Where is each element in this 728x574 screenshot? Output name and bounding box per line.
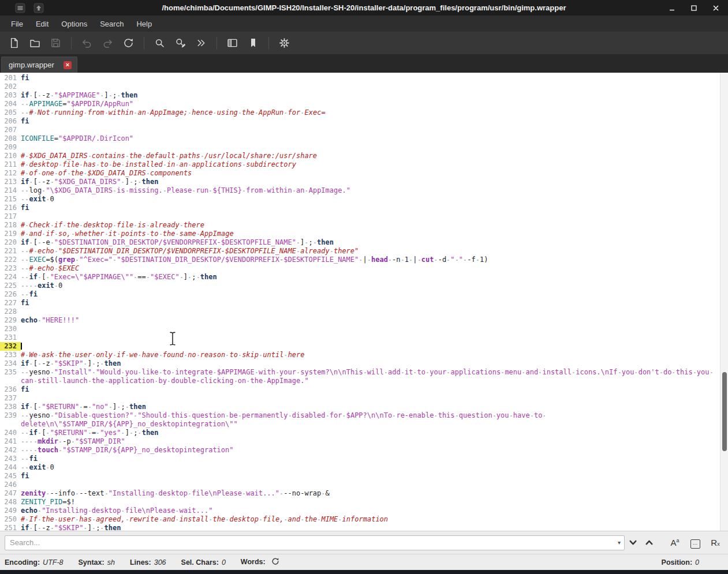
minimize-button[interactable] <box>668 4 676 12</box>
code-line[interactable]: 233# We ask the user only if we have fou… <box>0 351 720 359</box>
dropdown-arrow-icon[interactable]: ▾ <box>618 539 621 546</box>
search-input-wrap[interactable]: ▾ <box>5 535 625 550</box>
code-line[interactable]: 241 mkdir -p "$STAMP_DIR" <box>0 437 720 446</box>
space-dot <box>29 178 33 186</box>
refresh-stats-button[interactable] <box>271 557 279 567</box>
code-line[interactable]: 249echo "Installing desktop file\nPlease… <box>0 507 720 515</box>
new-file-button[interactable] <box>6 35 23 51</box>
search-replace-button[interactable] <box>172 35 189 51</box>
prev-match-button[interactable] <box>641 535 658 551</box>
code-line[interactable]: 250# If the user has agreed, rewrite and… <box>0 515 720 524</box>
menu-search[interactable]: Search <box>94 17 130 31</box>
editor[interactable]: 201fi202203if [ -z "$APPIMAGE" ] ; then2… <box>0 73 728 531</box>
code-line[interactable]: 251if [ -z "$SKIP" ] ; then <box>0 524 720 531</box>
code-token: then <box>317 238 334 246</box>
code-token: "$DESTINATION_DIR_DESKTOP/$VENDORPREFIX-… <box>117 256 359 264</box>
code-line[interactable]: 231 <box>0 333 720 342</box>
redo-button[interactable] <box>99 35 116 51</box>
match-case-button[interactable]: Aa <box>667 535 683 550</box>
code-area[interactable]: 201fi202203if [ -z "$APPIMAGE" ] ; then2… <box>0 73 720 531</box>
regex-button[interactable]: Rx <box>707 535 723 550</box>
up-icon[interactable] <box>33 3 44 13</box>
menu-file[interactable]: File <box>5 17 29 31</box>
code-line[interactable]: 203if [ -z "$APPIMAGE" ] ; then <box>0 91 720 100</box>
code-line[interactable]: 234if [ -z "$SKIP" ] ; then <box>0 359 720 368</box>
code-line[interactable]: 228 <box>0 307 720 316</box>
code-line[interactable]: 216fi <box>0 204 720 212</box>
code-line[interactable]: 236fi <box>0 385 720 394</box>
code-line[interactable]: 205 # Not running from within an AppImag… <box>0 108 720 117</box>
code-token: -d <box>438 256 446 264</box>
code-line[interactable]: 244 exit 0 <box>0 463 720 472</box>
menu-options[interactable]: Options <box>55 17 94 31</box>
code-line[interactable]: 246 <box>0 481 720 489</box>
code-line[interactable]: 211# desktop file has to be installed in… <box>0 160 720 169</box>
space-dot <box>196 230 200 238</box>
code-line[interactable]: 206fi <box>0 117 720 126</box>
scrollbar-thumb[interactable] <box>722 372 727 451</box>
code-token: using <box>217 108 238 117</box>
code-line[interactable]: 212# of one of the $XDG_DATA_DIRS compon… <box>0 169 720 178</box>
code-token: Exec= <box>305 108 326 117</box>
code-line[interactable]: 225 exit 0 <box>0 282 720 290</box>
search-button[interactable] <box>151 35 168 51</box>
code-line[interactable]: 245fi <box>0 472 720 481</box>
menu-edit[interactable]: Edit <box>29 17 55 31</box>
code-line[interactable]: 239 yesno "Disable question?" "Should th… <box>0 411 720 429</box>
code-line[interactable]: 210# $XDG_DATA_DIRS contains the default… <box>0 152 720 160</box>
code-line[interactable]: 230 <box>0 325 720 333</box>
maximize-button[interactable] <box>690 4 698 12</box>
code-line[interactable]: 220if [ -e "$DESTINATION_DIR_DESKTOP/$VE… <box>0 238 720 247</box>
open-file-button[interactable] <box>27 35 43 51</box>
undo-button[interactable] <box>79 35 95 51</box>
code-line[interactable]: 219# and if so, whether it points to the… <box>0 230 720 238</box>
code-line[interactable]: 232 <box>0 342 720 351</box>
code-line[interactable]: 237 <box>0 394 720 403</box>
space-dot <box>434 411 438 419</box>
code-line[interactable]: 217 <box>0 212 720 221</box>
code-line[interactable]: 248ZENITY_PID=$! <box>0 498 720 507</box>
code-line[interactable]: 218# Check if the desktop file is alread… <box>0 221 720 230</box>
code-line[interactable]: 224 if [ "Exec=\"$APPIMAGE\"" == "$EXEC"… <box>0 273 720 282</box>
jump-to-button[interactable] <box>193 35 210 51</box>
code-line[interactable]: 223 # echo $EXEC <box>0 264 720 273</box>
code-line[interactable]: 208ICONFILE="$APPDIR/.DirIcon" <box>0 134 720 143</box>
code-line[interactable]: 201fi <box>0 74 720 82</box>
bookmark-button[interactable] <box>245 35 262 51</box>
code-line[interactable]: 207 <box>0 126 720 134</box>
save-file-button[interactable] <box>47 35 64 51</box>
code-line[interactable]: 247zenity --info --text "Installing desk… <box>0 489 720 498</box>
code-token: with <box>259 368 275 376</box>
code-line[interactable]: 227fi <box>0 299 720 307</box>
code-token: the <box>251 377 263 385</box>
code-line[interactable]: 242 touch "$STAMP_DIR/${APP}_no_desktopi… <box>0 446 720 455</box>
vertical-scrollbar[interactable] <box>720 73 728 531</box>
code-line[interactable]: 243 fi <box>0 455 720 463</box>
code-line[interactable]: 215 exit 0 <box>0 195 720 204</box>
next-match-button[interactable] <box>625 535 641 551</box>
side-pane-button[interactable] <box>224 35 241 51</box>
code-line[interactable]: 235 yesno "Install" "Would you like to i… <box>0 368 720 385</box>
menu-help[interactable]: Help <box>130 17 158 31</box>
code-line[interactable]: 240 if [ "$RETURN" = "yes" ] ; then <box>0 429 720 437</box>
code-line[interactable]: 226 fi <box>0 290 720 299</box>
tab-close-icon[interactable]: × <box>64 61 72 69</box>
window-menu-icon[interactable] <box>15 3 25 13</box>
code-line[interactable]: 213if [ -z "$XDG_DATA_DIRS" ] ; then <box>0 178 720 186</box>
code-line[interactable]: 209 <box>0 143 720 152</box>
code-line[interactable]: 222 EXEC=$(grep "^Exec=" "$DESTINATION_D… <box>0 256 720 264</box>
whole-word-button[interactable]: … <box>687 535 703 550</box>
code-line[interactable]: 238if [ "$RETURN" = "no" ] ; then <box>0 403 720 411</box>
code-line[interactable]: 204 APPIMAGE="$APPDIR/AppRun" <box>0 100 720 108</box>
tab-gimp-wrapper[interactable]: gimp.wrapper × <box>1 57 77 73</box>
code-line[interactable]: 202 <box>0 82 720 91</box>
space-dot <box>33 282 38 290</box>
preferences-button[interactable] <box>276 35 293 51</box>
code-line[interactable]: 214 log "\$XDG_DATA_DIRS is missing. Ple… <box>0 186 720 195</box>
search-input[interactable] <box>5 535 625 550</box>
code-line[interactable]: 221 # echo "$DESTINATION_DIR_DESKTOP/$VE… <box>0 247 720 256</box>
code-token: question <box>192 411 225 419</box>
code-line[interactable]: 229echo "HERE!!!" <box>0 316 720 325</box>
reload-button[interactable] <box>120 35 137 51</box>
close-button[interactable] <box>712 4 720 12</box>
